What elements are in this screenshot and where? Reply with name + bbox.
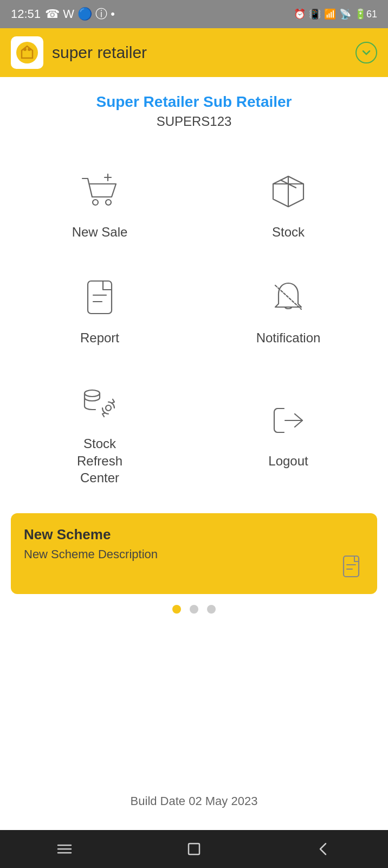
stock-refresh-center-label: StockRefreshCenter: [77, 435, 122, 486]
chevron-down-button[interactable]: [355, 42, 377, 63]
cart-plus-icon: [75, 167, 124, 216]
menu-item-report[interactable]: Report: [11, 257, 189, 357]
status-left: 12:51 ☎ W 🔵 ⓘ •: [11, 6, 115, 22]
main-content: Super Retailer Sub Retailer SUPERS123 Ne…: [0, 77, 388, 830]
svg-point-0: [16, 42, 38, 63]
nav-home-button[interactable]: [178, 833, 210, 865]
svg-rect-7: [88, 281, 112, 314]
status-icons: ☎ W 🔵 ⓘ •: [45, 6, 115, 22]
dot-0[interactable]: [172, 605, 181, 614]
build-date: Build Date 02 May 2023: [131, 783, 258, 819]
svg-point-12: [106, 405, 111, 411]
dot-2[interactable]: [207, 605, 216, 614]
bottom-navigation: [0, 830, 388, 868]
menu-item-stock-refresh-center[interactable]: StockRefreshCenter: [11, 362, 189, 497]
bell-icon: [264, 273, 313, 322]
retailer-name: Super Retailer Sub Retailer: [96, 93, 292, 111]
app-header: super retailer: [0, 28, 388, 77]
menu-item-logout[interactable]: Logout: [199, 362, 377, 497]
menu-grid: New Sale Stock: [11, 151, 377, 497]
signal-icon: 📡: [339, 8, 351, 20]
svg-rect-14: [344, 556, 359, 577]
svg-point-2: [28, 48, 31, 51]
vibrate-icon: 📳: [309, 8, 321, 20]
nav-back-button[interactable]: [307, 833, 340, 865]
scheme-file-icon: [339, 554, 366, 583]
app-logo: [11, 36, 43, 69]
status-time: 12:51: [11, 7, 41, 21]
svg-rect-20: [189, 844, 199, 854]
svg-point-4: [106, 200, 111, 205]
retailer-code: SUPERS123: [157, 114, 232, 129]
file-text-icon: [75, 273, 124, 322]
svg-point-1: [23, 48, 27, 51]
menu-item-stock[interactable]: Stock: [199, 151, 377, 251]
svg-point-3: [93, 200, 98, 205]
wifi-icon: 📶: [324, 8, 336, 20]
status-bar: 12:51 ☎ W 🔵 ⓘ • ⏰ 📳 📶 📡 🔋61: [0, 0, 388, 28]
scheme-banner[interactable]: New Scheme New Scheme Description: [11, 513, 377, 594]
logo-icon: [14, 40, 40, 66]
new-sale-label: New Sale: [72, 224, 128, 240]
carousel-dots: [172, 605, 216, 614]
logout-icon: [264, 396, 313, 445]
nav-menu-button[interactable]: [48, 833, 81, 865]
svg-point-11: [85, 390, 100, 397]
notification-label: Notification: [256, 329, 321, 346]
alarm-icon: ⏰: [294, 8, 306, 20]
menu-item-notification[interactable]: Notification: [199, 257, 377, 357]
dot-1[interactable]: [190, 605, 198, 614]
box-icon: [264, 167, 313, 216]
menu-item-new-sale[interactable]: New Sale: [11, 151, 189, 251]
logout-label: Logout: [268, 452, 308, 469]
scheme-description: New Scheme Description: [24, 547, 364, 561]
status-right: ⏰ 📳 📶 📡 🔋61: [294, 8, 377, 20]
report-label: Report: [80, 329, 119, 346]
database-refresh-icon: [75, 379, 124, 427]
battery-icon: 🔋61: [354, 8, 377, 20]
stock-label: Stock: [272, 224, 305, 240]
header-left: super retailer: [11, 36, 147, 69]
scheme-title: New Scheme: [24, 526, 364, 543]
app-name: super retailer: [52, 43, 147, 62]
